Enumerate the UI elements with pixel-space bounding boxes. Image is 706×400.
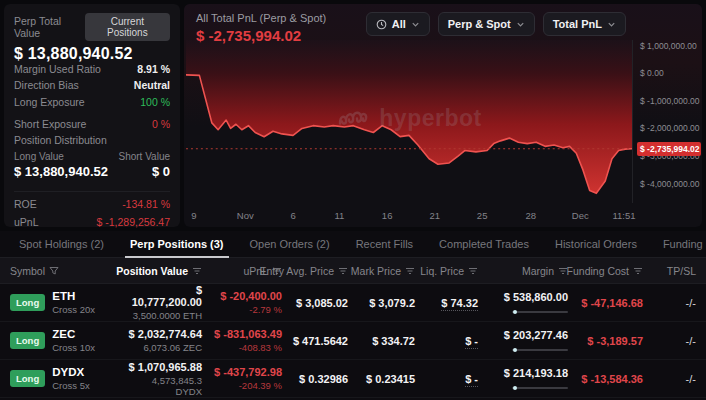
y-axis-tick: $ -1,000,000.00 (640, 96, 700, 106)
upnl-value: $ -1,289,256.47 (96, 216, 170, 228)
position-row-dydx[interactable]: LongDYDXCross 5x$ 1,070,965.884,573,845.… (0, 360, 706, 398)
leverage-label: Cross 20x (52, 304, 95, 315)
short-value: $ 0 (152, 164, 170, 179)
scope-dropdown[interactable]: Perp & Spot (438, 12, 535, 36)
sort-filter-icon (633, 267, 643, 275)
sort-filter-icon (338, 267, 348, 275)
column-header-label: Funding Cost (567, 265, 629, 277)
column-header-mark-price[interactable]: Mark Price (350, 265, 417, 277)
roe-value: -134.81 % (122, 198, 170, 210)
column-header-label: Symbol (10, 265, 45, 277)
position-value-cell: $ 2,032,774.646,073.06 ZEC (128, 328, 204, 353)
upnl-label: uPnL (14, 216, 39, 228)
position-value-cell-value: $ 10,777,200.00 (128, 284, 202, 308)
tab-perp-positions-3[interactable]: Perp Positions (3) (117, 231, 237, 257)
long-value: $ 13,880,940.52 (14, 164, 108, 179)
tab-completed-trades[interactable]: Completed Trades (426, 231, 542, 257)
side-badge: Long (10, 332, 45, 349)
funding-cost-cell-value: $ -47,146.68 (570, 297, 643, 309)
tpsl-cell[interactable]: -/- (645, 335, 706, 347)
y-axis: $ -2,735,994.02 $ 1,000,000.00$ 0.00$ -1… (632, 40, 702, 203)
top-region: Perp Total Value Current Positions $ 13,… (0, 0, 706, 231)
column-header-label: Entry Avg. Price (259, 265, 334, 277)
margin-used-value: 8.91 % (137, 63, 170, 75)
column-header-symbol[interactable]: Symbol (0, 265, 128, 277)
margin-slider[interactable] (512, 387, 568, 389)
funding-cost-cell-value: $ -3,189.57 (570, 335, 643, 347)
upnl-cell-value: $ -831,063.49 (204, 328, 282, 340)
column-header-liq-price[interactable]: Liq. Price (417, 265, 480, 277)
x-axis-tick: Nov (237, 210, 254, 221)
perp-total-label: Perp Total Value (14, 15, 85, 39)
margin-used-label: Margin Used Ratio (14, 63, 101, 75)
margin-slider[interactable] (512, 311, 568, 313)
liq-price-cell-value: $ - (417, 335, 478, 347)
short-exposure-label: Short Exposure (14, 118, 86, 130)
liq-price-cell: $ 74.32 (417, 297, 480, 309)
margin-cell-value: $ 538,860.00 (480, 291, 568, 303)
x-axis-tick: 6 (290, 210, 295, 221)
symbol-name: DYDX (52, 366, 89, 378)
margin-cell-value: $ 203,277.46 (480, 329, 568, 341)
x-axis-tick: 11 (334, 210, 344, 221)
tpsl-cell[interactable]: -/- (645, 373, 706, 385)
chevron-down-icon (411, 20, 420, 29)
position-value-cell: $ 1,070,965.884,573,845.3 DYDX (128, 361, 204, 397)
upnl-cell-value: $ -437,792.98 (204, 366, 282, 378)
time-range-dropdown[interactable]: All (366, 12, 430, 36)
position-row-eth[interactable]: LongETHCross 20x$ 10,777,200.003,500.000… (0, 284, 706, 322)
column-header-label: Margin (522, 265, 554, 277)
margin-cell-value: $ 214,193.18 (480, 367, 568, 379)
tab-spot-holdings-2[interactable]: Spot Holdings (2) (6, 231, 117, 257)
x-axis-tick: 9 (191, 210, 196, 221)
x-axis: 9Nov61116212528Dec11:51 (186, 208, 632, 224)
y-axis-tick: $ -2,000,000.00 (640, 123, 700, 133)
upnl-cell-sub: -408.83 % (204, 342, 282, 353)
liq-price-cell: $ - (417, 373, 480, 385)
position-value-cell-value: $ 2,032,774.64 (128, 328, 202, 340)
column-header-entry-avg-price[interactable]: Entry Avg. Price (284, 265, 350, 277)
liq-price-cell: $ - (417, 335, 480, 347)
position-value-cell-sub: 3,500.0000 ETH (128, 310, 202, 321)
scope-value: Perp & Spot (448, 18, 511, 30)
funding-cost-cell-value: $ -13,584.36 (570, 373, 643, 385)
perp-summary-panel: Perp Total Value Current Positions $ 13,… (4, 4, 180, 227)
entry-price-cell-value: $ 3,085.02 (284, 297, 348, 309)
column-header-position-value[interactable]: Position Value (128, 265, 204, 277)
entry-price-cell-value: $ 471.5642 (284, 335, 348, 347)
long-value-label: Long Value (14, 151, 64, 162)
column-header-tp-sl[interactable]: TP/SL (645, 265, 706, 277)
current-positions-button[interactable]: Current Positions (85, 13, 170, 41)
column-header-margin[interactable]: Margin (480, 265, 570, 277)
column-header-label: Mark Price (351, 265, 401, 277)
time-range-value: All (392, 18, 406, 30)
pnl-chart-panel: All Total PnL (Perp & Spot) $ -2,735,994… (184, 4, 702, 227)
short-exposure-value: 0 % (152, 118, 170, 130)
metric-value: Total PnL (553, 18, 602, 30)
clock-icon (376, 19, 387, 30)
x-axis-tick: 16 (382, 210, 393, 221)
funding-cost-cell: $ -47,146.68 (570, 297, 645, 309)
mark-price-cell-value: $ 0.23415 (350, 373, 415, 385)
funding-cost-cell: $ -13,584.36 (570, 373, 645, 385)
tab-recent-fills[interactable]: Recent Fills (343, 231, 426, 257)
tab-open-orders-2[interactable]: Open Orders (2) (237, 231, 343, 257)
mark-price-cell: $ 0.23415 (350, 373, 417, 385)
leverage-label: Cross 10x (52, 342, 95, 353)
entry-price-cell-value: $ 0.32986 (284, 373, 348, 385)
column-header-funding-cost[interactable]: Funding Cost (570, 265, 645, 277)
position-row-zec[interactable]: LongZECCross 10x$ 2,032,774.646,073.06 Z… (0, 322, 706, 360)
entry-price-cell: $ 471.5642 (284, 335, 350, 347)
margin-slider[interactable] (512, 349, 568, 351)
x-axis-tick: Dec (572, 210, 589, 221)
entry-price-cell: $ 3,085.02 (284, 297, 350, 309)
pnl-area-chart[interactable]: hyperbot (186, 40, 632, 203)
metric-dropdown[interactable]: Total PnL (543, 12, 626, 36)
margin-slider-knob (513, 348, 517, 352)
tab-historical-orders[interactable]: Historical Orders (542, 231, 650, 257)
tab-funding-history[interactable]: Funding History (650, 231, 706, 257)
margin-cell: $ 538,860.00 (480, 291, 570, 315)
x-axis-tick: 28 (525, 210, 536, 221)
y-axis-tick: $ 0.00 (640, 68, 664, 78)
tpsl-cell[interactable]: -/- (645, 297, 706, 309)
